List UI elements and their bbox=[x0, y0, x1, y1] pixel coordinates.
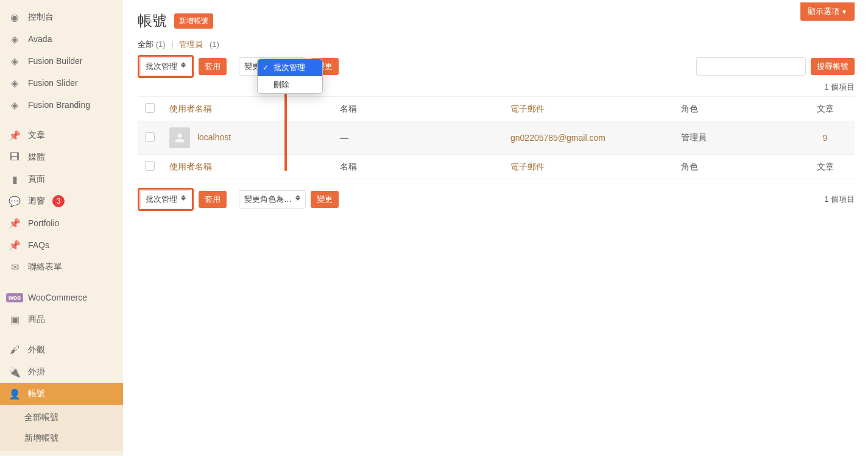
sidebar-item-plugins[interactable]: 🔌外掛 bbox=[0, 361, 123, 383]
user-avatar bbox=[169, 127, 190, 148]
sidebar-item-label: 迴響 bbox=[28, 196, 45, 207]
bulk-action-select-bottom[interactable]: 批次管理 bbox=[140, 190, 191, 208]
avada-icon: ◈ bbox=[9, 99, 21, 111]
avada-icon: ◈ bbox=[9, 77, 21, 89]
dropdown-option-bulk[interactable]: 批次管理 bbox=[258, 59, 322, 76]
col-email[interactable]: 電子郵件 bbox=[510, 104, 545, 113]
table-row: localhost — gn02205785@gmail.com 管理員 9 bbox=[138, 121, 855, 155]
user-email-link[interactable]: gn02205785@gmail.com bbox=[510, 133, 605, 143]
col-role-foot: 角色 bbox=[674, 155, 796, 179]
col-posts: 文章 bbox=[796, 97, 855, 121]
change-role-select-bottom[interactable]: 變更角色為… bbox=[239, 190, 306, 208]
sidebar-item-label: Fusion Builder bbox=[28, 56, 83, 66]
search-users-button[interactable]: 搜尋帳號 bbox=[811, 58, 855, 75]
filter-all-link[interactable]: 全部 bbox=[138, 40, 153, 49]
bulk-apply-button-bottom[interactable]: 套用 bbox=[199, 191, 227, 208]
user-icon: 👤 bbox=[9, 388, 21, 400]
dropdown-option-delete[interactable]: 刪除 bbox=[258, 76, 322, 93]
sidebar-item-pages[interactable]: ▮頁面 bbox=[0, 168, 123, 190]
sidebar-item-posts[interactable]: 📌文章 bbox=[0, 124, 123, 146]
select-all-top[interactable] bbox=[145, 103, 155, 113]
user-posts-link[interactable]: 9 bbox=[823, 133, 828, 143]
col-email-foot[interactable]: 電子郵件 bbox=[510, 162, 545, 171]
users-table: 使用者名稱 名稱 電子郵件 角色 文章 localhost — gn022057… bbox=[138, 96, 855, 179]
sidebar-item-label: 帳號 bbox=[28, 388, 45, 399]
comment-icon: 💬 bbox=[9, 195, 21, 207]
sidebar-item-dashboard[interactable]: ◉控制台 bbox=[0, 6, 123, 28]
col-role: 角色 bbox=[674, 97, 796, 121]
sidebar-item-appearance[interactable]: 🖌外觀 bbox=[0, 339, 123, 361]
pin-icon: 📌 bbox=[9, 129, 21, 141]
pin-icon: 📌 bbox=[9, 239, 21, 251]
col-name-foot: 名稱 bbox=[333, 155, 503, 179]
sidebar-item-label: 外掛 bbox=[28, 366, 45, 377]
pin-icon: 📌 bbox=[9, 217, 21, 229]
sidebar-item-products[interactable]: ▣商品 bbox=[0, 308, 123, 330]
comment-count-badge: 3 bbox=[52, 195, 65, 207]
sidebar-item-fusion-slider[interactable]: ◈Fusion Slider bbox=[0, 72, 123, 94]
archive-icon: ▣ bbox=[9, 313, 21, 326]
sidebar-item-label: Portfolio bbox=[28, 218, 59, 228]
sidebar-sub-add-user[interactable]: 新增帳號 bbox=[0, 428, 123, 451]
sidebar-item-label: 媒體 bbox=[28, 152, 45, 163]
user-name: — bbox=[333, 121, 503, 155]
sidebar-item-fusion-branding[interactable]: ◈Fusion Branding bbox=[0, 94, 123, 116]
sidebar-item-faqs[interactable]: 📌FAQs bbox=[0, 234, 123, 256]
filter-admin-count: (1) bbox=[210, 40, 219, 49]
col-username-foot[interactable]: 使用者名稱 bbox=[169, 162, 212, 171]
user-filter-links: 全部 (1) | 管理員 (1) bbox=[138, 39, 855, 50]
user-username-link[interactable]: localhost bbox=[197, 132, 231, 142]
sidebar-item-label: Avada bbox=[28, 34, 52, 44]
sidebar-item-contact-form[interactable]: ✉聯絡表單 bbox=[0, 256, 123, 278]
add-new-button[interactable]: 新增帳號 bbox=[174, 13, 213, 29]
sidebar-item-avada[interactable]: ◈Avada bbox=[0, 28, 123, 50]
sidebar-item-label: 商品 bbox=[28, 314, 45, 325]
bulk-apply-button-top[interactable]: 套用 bbox=[199, 58, 227, 75]
bulk-action-dropdown-open: 批次管理 刪除 bbox=[257, 59, 323, 94]
sidebar-item-label: WooCommerce bbox=[28, 293, 87, 302]
sidebar-item-label: Fusion Branding bbox=[28, 100, 90, 110]
sidebar-item-label: FAQs bbox=[28, 240, 49, 250]
screen-options-toggle[interactable]: 顯示選項 bbox=[800, 2, 855, 21]
page-icon: ▮ bbox=[9, 173, 21, 185]
avada-icon: ◈ bbox=[9, 33, 21, 45]
sidebar-item-media[interactable]: 🎞媒體 bbox=[0, 146, 123, 168]
sidebar-item-label: 控制台 bbox=[28, 12, 54, 23]
filter-admin-link[interactable]: 管理員 bbox=[179, 40, 203, 49]
bulk-action-select-top[interactable]: 批次管理 bbox=[140, 57, 191, 76]
user-role: 管理員 bbox=[674, 121, 796, 155]
select-all-bottom[interactable] bbox=[145, 161, 155, 171]
item-count-top: 1 個項目 bbox=[824, 82, 855, 91]
sidebar-item-portfolio[interactable]: 📌Portfolio bbox=[0, 212, 123, 234]
col-posts-foot: 文章 bbox=[796, 155, 855, 179]
col-name: 名稱 bbox=[333, 97, 503, 121]
col-username[interactable]: 使用者名稱 bbox=[169, 104, 212, 113]
sidebar-item-fusion-builder[interactable]: ◈Fusion Builder bbox=[0, 50, 123, 72]
annotation-highlight-bottom: 批次管理 bbox=[138, 188, 194, 211]
media-icon: 🎞 bbox=[9, 151, 21, 163]
sidebar-item-users[interactable]: 👤帳號 bbox=[0, 383, 123, 405]
plug-icon: 🔌 bbox=[9, 366, 21, 378]
page-title: 帳號 bbox=[138, 11, 167, 30]
admin-sidebar: ◉控制台 ◈Avada ◈Fusion Builder ◈Fusion Slid… bbox=[0, 0, 123, 456]
search-users-input[interactable] bbox=[696, 57, 806, 76]
brush-icon: 🖌 bbox=[9, 344, 21, 356]
woo-icon: woo bbox=[9, 291, 21, 304]
sidebar-item-comments[interactable]: 💬迴響3 bbox=[0, 190, 123, 212]
sidebar-item-woocommerce[interactable]: wooWooCommerce bbox=[0, 287, 123, 308]
main-content: 顯示選項 帳號 新增帳號 全部 (1) | 管理員 (1) 批次管理 套用 變更… bbox=[123, 0, 868, 456]
sidebar-item-label: 頁面 bbox=[28, 174, 45, 185]
change-role-button-bottom[interactable]: 變更 bbox=[311, 191, 339, 208]
filter-all-count: (1) bbox=[156, 40, 166, 49]
row-checkbox[interactable] bbox=[145, 132, 155, 142]
avada-icon: ◈ bbox=[9, 55, 21, 67]
sidebar-sub-all-users[interactable]: 全部帳號 bbox=[0, 405, 123, 428]
annotation-arrow bbox=[283, 85, 289, 171]
sidebar-item-label: Fusion Slider bbox=[28, 78, 78, 88]
sidebar-item-label: 文章 bbox=[28, 130, 45, 141]
annotation-highlight-top: 批次管理 bbox=[138, 55, 194, 78]
envelope-icon: ✉ bbox=[9, 261, 21, 273]
gauge-icon: ◉ bbox=[9, 11, 21, 23]
sidebar-item-label: 外觀 bbox=[28, 344, 45, 355]
item-count-bottom: 1 個項目 bbox=[824, 194, 855, 205]
